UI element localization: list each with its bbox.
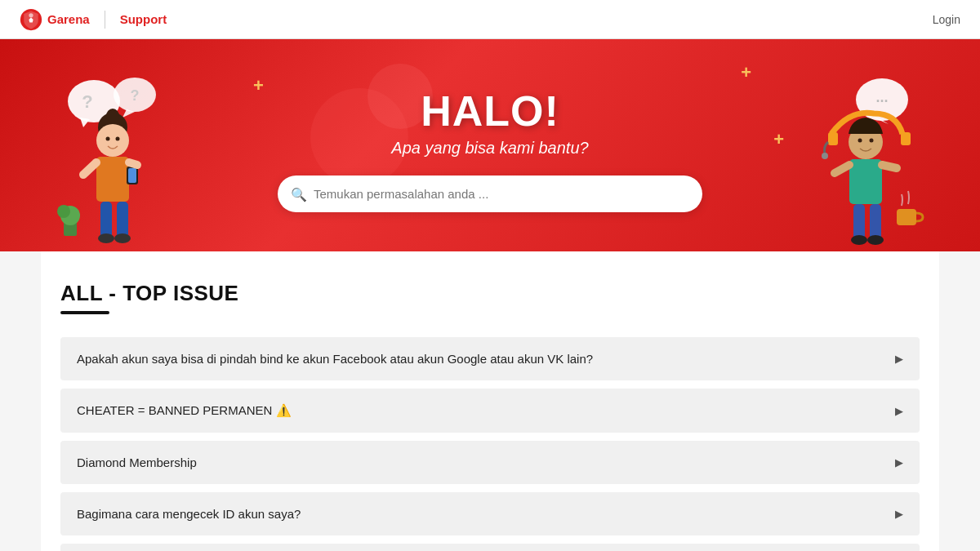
- character-right: ···: [792, 69, 931, 251]
- svg-point-19: [114, 233, 131, 243]
- faq-arrow-icon: ▶: [895, 405, 903, 417]
- deco-plus-3: +: [253, 75, 264, 96]
- svg-point-30: [858, 139, 862, 143]
- svg-point-35: [851, 235, 867, 245]
- garena-icon: [20, 8, 42, 31]
- svg-rect-32: [849, 159, 882, 204]
- svg-point-22: [57, 205, 70, 218]
- svg-text:···: ···: [875, 93, 888, 109]
- deco-plus-1: +: [741, 62, 751, 83]
- faq-arrow-icon: ▶: [895, 456, 903, 469]
- svg-rect-34: [870, 204, 881, 240]
- garena-logo: Garena: [20, 8, 90, 31]
- svg-rect-33: [853, 204, 865, 240]
- svg-rect-26: [828, 132, 838, 145]
- faq-item[interactable]: Bind Akun Free Fire▶: [60, 544, 920, 551]
- garena-brand-text: Garena: [47, 12, 90, 26]
- hero-banner: + + + ? ?: [0, 39, 980, 251]
- svg-rect-16: [100, 202, 112, 238]
- search-input[interactable]: [278, 176, 702, 212]
- svg-rect-27: [901, 132, 911, 145]
- faq-item[interactable]: CHEATER = BANNED PERMANEN ⚠️▶: [60, 389, 920, 433]
- faq-list: Apakah akun saya bisa di pindah bind ke …: [60, 337, 920, 551]
- svg-rect-17: [117, 202, 128, 238]
- faq-item[interactable]: Diamond Membership▶: [60, 441, 920, 484]
- svg-point-9: [106, 109, 119, 123]
- svg-rect-15: [128, 168, 136, 183]
- svg-marker-3: [80, 118, 90, 127]
- svg-point-28: [822, 153, 828, 159]
- svg-point-31: [870, 139, 874, 143]
- deco-plus-2: +: [773, 129, 784, 150]
- faq-arrow-icon: ▶: [895, 353, 903, 365]
- character-left: ? ?: [49, 69, 180, 251]
- svg-text:?: ?: [82, 91, 92, 112]
- svg-point-1: [29, 13, 33, 17]
- faq-item-text: Bagimana cara mengecek ID akun saya?: [77, 507, 301, 521]
- search-bar-container: 🔍: [278, 176, 702, 212]
- faq-item-text: Apakah akun saya bisa di pindah bind ke …: [77, 352, 593, 366]
- navbar-left: Garena Support: [20, 8, 167, 31]
- faq-item[interactable]: Bagimana cara mengecek ID akun saya?▶: [60, 492, 920, 535]
- svg-text:?: ?: [131, 87, 140, 104]
- faq-item-text: Diamond Membership: [77, 455, 197, 469]
- support-label: Support: [120, 12, 167, 26]
- svg-point-36: [867, 235, 884, 245]
- faq-item-text: CHEATER = BANNED PERMANEN ⚠️: [77, 403, 292, 418]
- svg-point-10: [96, 124, 129, 157]
- faq-item[interactable]: Apakah akun saya bisa di pindah bind ke …: [60, 337, 920, 380]
- login-button[interactable]: Login: [933, 13, 960, 26]
- search-icon: 🔍: [291, 186, 307, 202]
- svg-rect-37: [897, 209, 916, 225]
- section-title: ALL - TOP ISSUE: [60, 281, 920, 306]
- svg-point-18: [98, 233, 114, 243]
- nav-divider: [105, 11, 105, 29]
- section-underline: [60, 311, 109, 314]
- svg-point-12: [116, 137, 120, 141]
- hero-title: HALO!: [421, 87, 559, 136]
- main-content: ALL - TOP ISSUE Apakah akun saya bisa di…: [41, 251, 939, 551]
- faq-arrow-icon: ▶: [895, 508, 903, 520]
- svg-point-11: [106, 137, 110, 141]
- svg-rect-13: [96, 157, 129, 202]
- navbar: Garena Support Login: [0, 0, 980, 39]
- hero-subtitle: Apa yang bisa kami bantu?: [391, 139, 588, 158]
